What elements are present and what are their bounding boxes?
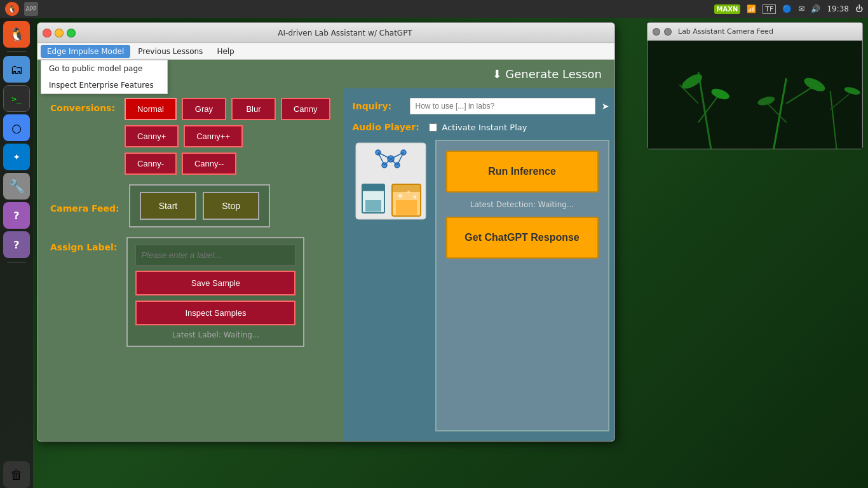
taskbar: 🐧 APP MAXN 📶 TF 🔵 ✉ 🔊 19:38 ⏻ <box>0 0 868 18</box>
lab-illustration-svg <box>353 140 429 222</box>
chatgpt-response-button[interactable]: Get ChatGPT Response <box>446 217 599 259</box>
menu-bar: Edge Impulse Model Previous Lessons Help… <box>37 43 614 60</box>
close-button[interactable] <box>43 29 51 37</box>
left-panel: Conversions: Normal Gray Blur Canny Cann… <box>37 88 343 441</box>
inquiry-row: Inquiry: ➤ <box>353 98 609 114</box>
assign-box: Save Sample Inspect Samples Latest Label… <box>126 237 304 347</box>
canny-plusplus-button[interactable]: Canny++ <box>184 125 243 147</box>
canny-minusminus-button[interactable]: Canny-- <box>182 152 236 175</box>
menu-previous-lessons[interactable]: Previous Lessons <box>132 45 209 58</box>
svg-point-19 <box>398 194 402 198</box>
camera-feed-window: Lab Assistant Camera Feed <box>647 22 863 149</box>
start-button[interactable]: Start <box>140 192 197 220</box>
conv-row-2: Canny+ Canny++ <box>125 125 330 147</box>
save-sample-button[interactable]: Save Sample <box>135 271 295 295</box>
camera-label: Camera Feed: <box>50 198 119 214</box>
menu-edge-impulse[interactable]: Edge Impulse Model <box>41 45 130 58</box>
dock: 🐧 🗂 >_ ○ ✦ 🔧 ? ? 🗑 <box>0 18 33 488</box>
conversions-label: Conversions: <box>50 98 115 113</box>
audio-label: Audio Player: <box>353 122 423 132</box>
canny-button[interactable]: Canny <box>281 98 330 120</box>
canny-plus-button[interactable]: Canny+ <box>125 125 179 147</box>
camera-minimize-button[interactable] <box>664 28 672 36</box>
inquiry-arrow-icon: ➤ <box>602 101 609 111</box>
dropdown-enterprise[interactable]: Inspect Enterprise Features <box>41 77 167 93</box>
dock-terminal[interactable]: >_ <box>3 85 30 112</box>
dock-settings[interactable]: 🔧 <box>3 173 30 200</box>
normal-button[interactable]: Normal <box>125 98 177 120</box>
latest-label-display: Latest Label: Waiting... <box>135 330 295 339</box>
svg-point-21 <box>413 196 416 199</box>
dock-separator-1 <box>7 51 26 52</box>
dock-separator-2 <box>7 262 26 262</box>
inquiry-label: Inquiry: <box>353 101 403 111</box>
stop-button[interactable]: Stop <box>203 192 259 220</box>
maximize-button[interactable] <box>67 29 76 37</box>
conv-row-1: Normal Gray Blur Canny <box>125 98 330 120</box>
activate-instant-play: Activate Instant Play <box>429 123 527 132</box>
conv-row-3: Canny- Canny-- <box>125 152 330 175</box>
nvidia-icon: MAXN <box>714 4 741 14</box>
latest-detection-display: Latest Detection: Waiting... <box>470 200 574 209</box>
inquiry-input[interactable] <box>410 98 595 114</box>
gray-button[interactable]: Gray <box>182 98 226 120</box>
audio-player-row: Audio Player: Activate Instant Play <box>353 122 609 132</box>
taskbar-right: MAXN 📶 TF 🔵 ✉ 🔊 19:38 ⏻ <box>714 4 863 14</box>
conversions-section: Conversions: Normal Gray Blur Canny Cann… <box>50 98 330 175</box>
assign-label-text: Assign Label: <box>50 237 117 252</box>
dock-help2[interactable]: ? <box>3 231 30 258</box>
bluetooth-icon: 🔵 <box>782 4 792 13</box>
camera-section: Camera Feed: Start Stop <box>50 184 330 227</box>
camera-close-button[interactable] <box>653 28 660 36</box>
main-panels: Conversions: Normal Gray Blur Canny Cann… <box>37 88 614 441</box>
dock-files[interactable]: 🗂 <box>3 56 30 83</box>
dock-trash[interactable]: 🗑 <box>3 461 30 488</box>
svg-rect-17 <box>392 184 421 192</box>
font-icon: TF <box>763 4 776 14</box>
instant-play-checkbox[interactable] <box>429 123 437 132</box>
mail-icon: ✉ <box>798 4 804 13</box>
window-title: AI-driven Lab Assistant w/ ChatGPT <box>81 29 609 37</box>
app-content: tion ⬇ Generate Lesson Conversions: Norm… <box>37 60 614 441</box>
lab-illustration-area <box>353 140 429 431</box>
svg-rect-14 <box>365 200 381 212</box>
activate-label: Activate Instant Play <box>442 123 527 132</box>
taskbar-ubuntu-icon[interactable]: 🐧 <box>5 2 19 16</box>
generate-lesson-button[interactable]: ⬇ Generate Lesson <box>492 67 602 81</box>
dropdown-public-model[interactable]: Go to public model page <box>41 60 167 77</box>
power-icon: ⏻ <box>855 4 863 13</box>
camera-window-title: Lab Assistant Camera Feed <box>678 27 773 36</box>
blur-button[interactable]: Blur <box>231 98 276 120</box>
camera-bg-svg <box>648 41 862 149</box>
dock-chromium[interactable]: ○ <box>3 114 30 141</box>
title-bar: AI-driven Lab Assistant w/ ChatGPT <box>37 23 614 43</box>
conversion-buttons: Normal Gray Blur Canny Canny+ Canny++ Ca… <box>125 98 330 175</box>
svg-rect-22 <box>648 41 862 149</box>
run-inference-button[interactable]: Run Inference <box>446 151 599 193</box>
menu-help[interactable]: Help <box>210 45 240 58</box>
inspect-samples-button[interactable]: Inspect Samples <box>135 301 295 325</box>
right-panel: Inquiry: ➤ Audio Player: Activate Instan… <box>343 88 614 441</box>
taskbar-app-icon[interactable]: APP <box>24 2 38 16</box>
svg-rect-13 <box>362 184 384 191</box>
svg-rect-18 <box>396 200 417 215</box>
inference-section: Run Inference Latest Detection: Waiting.… <box>353 140 609 431</box>
canny-minus-button[interactable]: Canny- <box>125 152 177 175</box>
volume-icon: 🔊 <box>811 4 820 13</box>
dock-help[interactable]: ? <box>3 202 30 229</box>
assign-section: Assign Label: Save Sample Inspect Sample… <box>50 237 330 347</box>
camera-view <box>648 41 862 149</box>
inference-box: Run Inference Latest Detection: Waiting.… <box>435 140 609 431</box>
label-input[interactable] <box>135 245 295 266</box>
camera-box: Start Stop <box>129 184 270 227</box>
main-app-window: AI-driven Lab Assistant w/ ChatGPT Edge … <box>37 22 615 442</box>
dock-ubuntu[interactable]: 🐧 <box>3 21 30 48</box>
svg-point-20 <box>407 191 410 193</box>
camera-title-bar: Lab Assistant Camera Feed <box>648 23 862 41</box>
window-controls <box>43 29 76 37</box>
taskbar-left: 🐧 APP <box>5 2 38 16</box>
wifi-icon: 📶 <box>747 4 756 13</box>
dock-vscode[interactable]: ✦ <box>3 144 30 170</box>
edge-impulse-dropdown: Go to public model page Inspect Enterpri… <box>41 60 168 94</box>
minimize-button[interactable] <box>55 29 64 37</box>
